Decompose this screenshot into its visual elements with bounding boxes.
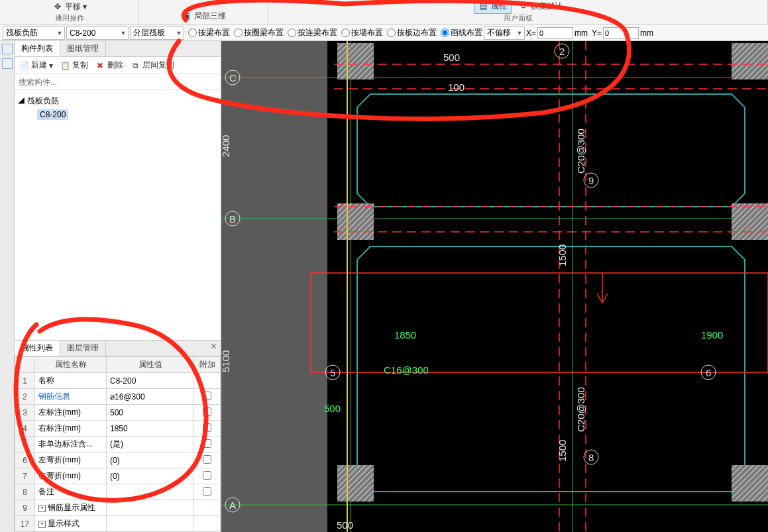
copy-button[interactable]: 📋复制 <box>60 60 88 71</box>
tree-child[interactable]: C8-200 <box>37 109 218 120</box>
delete-button[interactable]: ✖删除 <box>95 60 123 71</box>
svg-text:9: 9 <box>588 175 594 186</box>
search-box[interactable] <box>15 74 221 90</box>
tab-component-list[interactable]: 构件列表 <box>15 41 60 56</box>
prop-row[interactable]: 1名称C8-200 <box>15 373 221 389</box>
svg-text:100: 100 <box>448 81 465 93</box>
prop-row[interactable]: 4右标注(mm)1850 <box>15 421 221 437</box>
ribbon: ✥平移 ▾ 通用操作 ▣局部三维 ▤属性 ↺恢复默认 用户面板 <box>0 0 768 25</box>
prop-row[interactable]: 2钢筋信息⌀16@300 <box>15 389 221 405</box>
row-num: 17 <box>15 516 35 532</box>
radio-by-ringbeam[interactable]: 按圈梁布置 <box>234 27 284 38</box>
svg-text:5: 5 <box>330 367 335 378</box>
prop-value[interactable]: C8-200 <box>107 373 194 389</box>
svg-rect-3 <box>337 465 374 502</box>
local3d-button[interactable]: ▣局部三维 <box>182 11 226 22</box>
pan-button[interactable]: ✥平移 ▾ <box>52 1 87 13</box>
prop-row[interactable]: 8备注 <box>15 484 221 500</box>
prop-value[interactable]: (是) <box>107 437 194 452</box>
prop-name: 备注 <box>35 484 107 500</box>
prop-add-checkbox[interactable] <box>194 389 221 405</box>
component-type-combo[interactable]: ▼ <box>3 27 65 40</box>
svg-text:500: 500 <box>324 403 341 414</box>
prop-value[interactable]: 500 <box>107 405 194 421</box>
radio-by-wall[interactable]: 按墙布置 <box>341 27 383 38</box>
col-prop-add: 附加 <box>194 357 221 373</box>
svg-rect-4 <box>732 465 768 502</box>
radio-by-beam[interactable]: 按梁布置 <box>188 27 230 38</box>
prop-row[interactable]: 9+钢筋显示属性 <box>15 500 221 516</box>
prop-row[interactable]: 17+显示样式 <box>15 516 221 532</box>
prop-add-checkbox[interactable] <box>194 468 221 484</box>
prop-value[interactable] <box>107 516 194 532</box>
sidebar-btn-1[interactable] <box>2 44 13 54</box>
column-hatch <box>337 43 374 80</box>
chevron-down-icon: ▼ <box>119 30 128 36</box>
prop-add-checkbox[interactable] <box>194 421 221 437</box>
restore-default-button[interactable]: ↺恢复默认 <box>518 1 563 12</box>
prop-value[interactable] <box>107 500 194 516</box>
prop-value[interactable]: (0) <box>107 452 194 468</box>
prop-add-checkbox[interactable] <box>194 437 221 452</box>
layercopy-icon: ⧉ <box>130 60 140 71</box>
tab-layer-mgr[interactable]: 图层管理 <box>60 341 106 356</box>
svg-text:1500: 1500 <box>557 440 568 462</box>
prop-add-checkbox[interactable] <box>194 452 221 468</box>
component-name-combo[interactable]: ▼ <box>66 27 129 40</box>
svg-text:A: A <box>229 500 236 511</box>
prop-add-checkbox[interactable] <box>194 516 221 532</box>
prop-name: 右弯折(mm) <box>35 468 107 484</box>
prop-add-checkbox[interactable] <box>194 500 221 516</box>
radio-by-slabedge[interactable]: 按板边布置 <box>387 27 437 38</box>
drawing-canvas[interactable]: 500 100 1850 1900 500 500 C16@300 2400 5… <box>221 41 768 532</box>
tab-property-list[interactable]: 属性列表 <box>15 341 60 356</box>
prop-row[interactable]: 3左标注(mm)500 <box>15 405 221 421</box>
search-input[interactable] <box>15 74 221 89</box>
x-input[interactable] <box>537 27 573 39</box>
prop-row[interactable]: 7右弯折(mm)(0) <box>15 468 221 484</box>
layer-copy-button[interactable]: ⧉层间复制 <box>130 60 174 71</box>
left-panel: 构件列表 图纸管理 📄新建 ▾ 📋复制 ✖删除 ⧉层间复制 ◢ 筏板负筋 C8-… <box>15 41 221 532</box>
prop-row[interactable]: 5非单边标注含...(是) <box>15 437 221 452</box>
prop-add-checkbox[interactable] <box>194 405 221 421</box>
tree-parent[interactable]: ◢ 筏板负筋 <box>17 94 218 108</box>
prop-value[interactable]: 1850 <box>107 421 194 437</box>
svg-text:C20@300: C20@300 <box>575 129 586 174</box>
new-button[interactable]: 📄新建 ▾ <box>19 60 53 71</box>
radio-draw-line[interactable]: 画线布置 <box>441 27 482 38</box>
row-num: 1 <box>15 373 35 389</box>
prop-value[interactable]: ⌀16@300 <box>107 389 194 405</box>
prop-value[interactable] <box>107 484 194 500</box>
prop-name: 钢筋信息 <box>35 389 107 405</box>
radio-by-linkbeam[interactable]: 按连梁布置 <box>288 27 337 38</box>
row-num: 8 <box>15 484 35 500</box>
y-input[interactable] <box>603 27 639 39</box>
ribbon-group-op: ▣局部三维 <box>139 0 268 25</box>
layout-toolbar: ▼ ▼ ▼ 按梁布置 按圈梁布置 按连梁布置 按墙布置 按板边布置 画线布置 ▼… <box>0 25 768 41</box>
slab-area <box>327 41 768 532</box>
close-icon[interactable]: × <box>207 341 221 356</box>
svg-text:2400: 2400 <box>221 135 231 157</box>
property-panel: 属性列表 图层管理 × 属性名称 属性值 附加 1名称C8-2002钢筋信息⌀1… <box>15 340 221 532</box>
offset-combo[interactable]: ▼ <box>484 27 525 40</box>
prop-value[interactable]: (0) <box>107 468 194 484</box>
prop-add-checkbox[interactable] <box>194 484 221 500</box>
y-unit: mm <box>640 28 653 38</box>
svg-text:500: 500 <box>443 52 460 63</box>
prop-name: 名称 <box>35 373 107 389</box>
svg-text:B: B <box>229 213 236 225</box>
svg-text:5100: 5100 <box>221 350 231 372</box>
restore-icon: ↺ <box>518 1 529 11</box>
ribbon-group-general: ✥平移 ▾ 通用操作 <box>0 0 139 25</box>
prop-add-checkbox[interactable] <box>194 373 221 389</box>
properties-button[interactable]: ▤属性 <box>474 0 512 14</box>
layer-combo[interactable]: ▼ <box>130 27 184 40</box>
tab-drawing-mgr[interactable]: 图纸管理 <box>60 41 106 56</box>
svg-text:2: 2 <box>559 46 565 57</box>
component-tree[interactable]: ◢ 筏板负筋 C8-200 <box>15 90 221 340</box>
svg-text:500: 500 <box>337 519 353 531</box>
sidebar-btn-2[interactable] <box>2 58 13 69</box>
prop-row[interactable]: 6左弯折(mm)(0) <box>15 452 221 468</box>
sidebar-strip <box>0 41 15 532</box>
prop-name: 右标注(mm) <box>35 421 107 437</box>
